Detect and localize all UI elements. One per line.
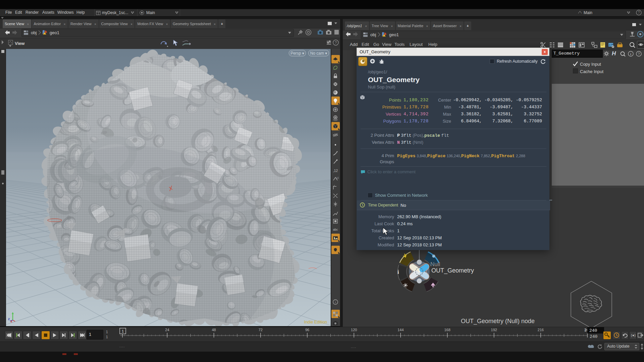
svg-text:i: i xyxy=(335,301,336,304)
svg-text:abc: abc xyxy=(333,228,338,231)
svg-text:192: 192 xyxy=(491,328,497,332)
svg-text:120: 120 xyxy=(351,328,357,332)
svg-text:24: 24 xyxy=(165,328,169,332)
svg-text:?: ? xyxy=(638,11,640,14)
svg-text:i: i xyxy=(630,52,631,56)
svg-text:?: ? xyxy=(638,52,640,56)
svg-text:(●): (●) xyxy=(631,333,636,337)
svg-text:72: 72 xyxy=(259,328,263,332)
svg-text:216: 216 xyxy=(538,328,544,332)
svg-text:1: 1 xyxy=(122,329,124,333)
svg-text:x: x xyxy=(10,319,12,323)
svg-text:96: 96 xyxy=(305,328,309,332)
svg-text:12: 12 xyxy=(336,177,339,179)
svg-text:,12: ,12 xyxy=(333,169,338,173)
svg-text:Indie Edition: Indie Edition xyxy=(304,320,327,324)
svg-text:?: ? xyxy=(335,41,337,45)
svg-text:144: 144 xyxy=(397,328,404,332)
svg-text:48: 48 xyxy=(212,328,216,332)
svg-text:z: z xyxy=(8,317,10,321)
svg-text:168: 168 xyxy=(444,328,450,332)
svg-text:i: i xyxy=(397,269,399,275)
